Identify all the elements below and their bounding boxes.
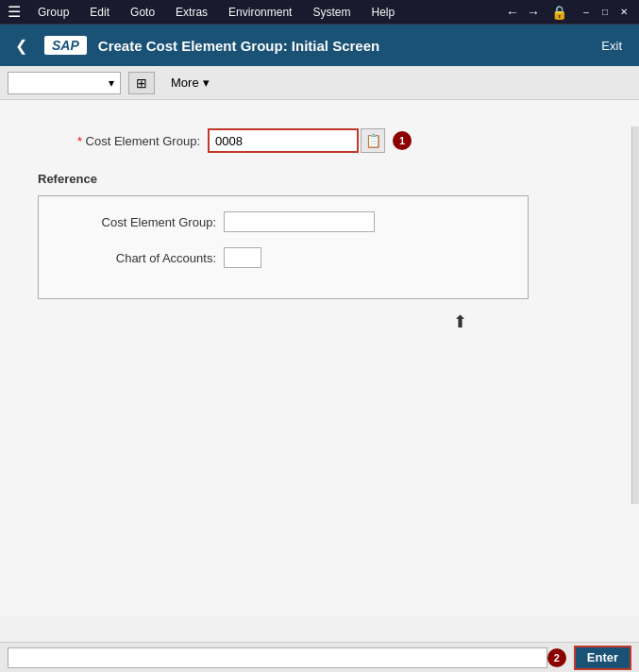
back-nav-icon[interactable]: ← [506,5,519,20]
reference-cost-element-group-input[interactable] [224,211,375,232]
toolbar-dropdown[interactable]: ▾ [8,72,121,94]
right-scroll-area [631,126,639,504]
minimize-button[interactable]: – [579,5,594,20]
maximize-button[interactable]: □ [597,5,613,20]
more-button[interactable]: More ▾ [162,73,218,92]
menu-item-extras[interactable]: Extras [172,4,211,21]
reference-section: Reference Cost Element Group: Chart of A… [38,172,601,299]
reference-cost-element-group-wrapper [224,211,375,232]
status-input[interactable] [8,647,547,668]
toolbar-left: ▾ ⊞ More ▾ [8,72,218,94]
chart-of-accounts-wrapper [224,247,261,268]
dropdown-chevron-icon: ▾ [109,76,114,90]
menu-item-goto[interactable]: Goto [126,4,159,21]
cost-element-group-pick-button[interactable]: 📋 [361,128,385,153]
chart-of-accounts-label: Chart of Accounts: [54,251,224,265]
menu-item-group[interactable]: Group [34,4,73,21]
reference-section-title: Reference [38,172,601,186]
pick-list-icon: 📋 [365,133,381,148]
menu-item-system[interactable]: System [309,4,354,21]
cost-element-group-input[interactable] [208,128,359,153]
lock-icon: 🔒 [551,5,567,20]
step-badge-1: 1 [393,131,412,150]
menu-item-help[interactable]: Help [367,4,398,21]
step-badge-2: 2 [547,648,566,667]
more-label: More [171,76,199,90]
header-bar: ❮ SAP Create Cost Element Group: Initial… [0,25,639,66]
grid-icon: ⊞ [136,76,147,91]
exit-button[interactable]: Exit [594,37,630,55]
toolbar-icon-button[interactable]: ⊞ [128,72,155,94]
cursor-indicator: ⬆ [453,311,467,332]
close-button[interactable]: ✕ [616,5,631,20]
main-content: * Cost Element Group: 📋 1 Reference Cost… [0,100,639,615]
page-title: Create Cost Element Group: Initial Scree… [98,38,583,54]
reference-cost-element-group-row: Cost Element Group: [54,211,513,232]
menu-bar: ☰ Group Edit Goto Extras Environment Sys… [0,0,639,25]
chart-of-accounts-input[interactable] [224,247,261,268]
reference-cost-element-group-label: Cost Element Group: [54,215,224,229]
enter-button[interactable]: Enter [574,646,631,670]
menu-item-environment[interactable]: Environment [225,4,295,21]
sap-logo: SAP [44,36,87,55]
cursor-arrow-icon: ⬆ [453,312,467,331]
back-button[interactable]: ❮ [9,35,33,57]
cost-element-group-input-wrapper: 📋 1 [208,128,412,153]
chart-of-accounts-row: Chart of Accounts: [54,247,513,268]
status-bar: 2 Enter [0,642,639,672]
form-section: * Cost Element Group: 📋 1 [38,128,601,153]
reference-box: Cost Element Group: Chart of Accounts: [38,195,529,299]
cost-element-group-field-label: Cost Element Group: [86,134,200,148]
hamburger-icon[interactable]: ☰ [8,3,21,21]
forward-nav-icon[interactable]: → [527,5,540,20]
required-star: * [77,134,82,148]
cost-element-group-label: * Cost Element Group: [38,134,208,148]
menu-item-edit[interactable]: Edit [86,4,113,21]
toolbar: ▾ ⊞ More ▾ [0,66,639,100]
more-chevron-icon: ▾ [203,76,210,90]
window-controls: ← → 🔒 – □ ✕ [506,5,631,20]
enter-area: 2 Enter [547,646,631,670]
cost-element-group-row: * Cost Element Group: 📋 1 [38,128,601,153]
